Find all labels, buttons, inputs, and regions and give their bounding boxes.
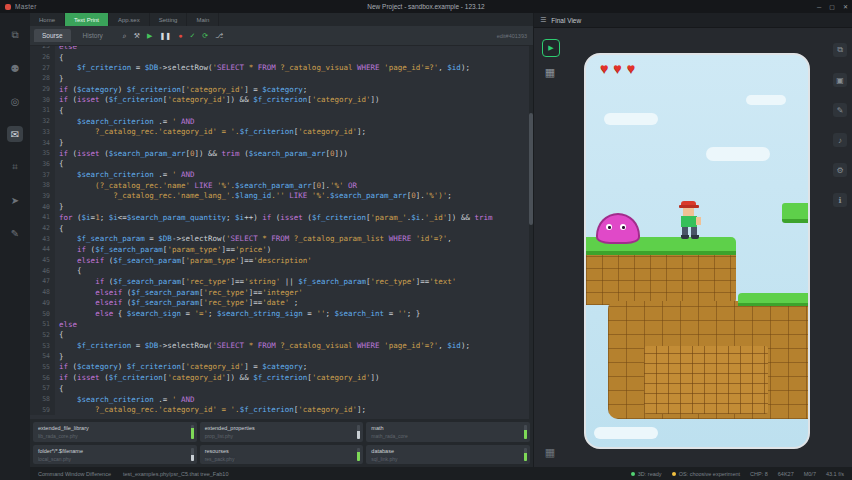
chat-icon[interactable]: ✉ xyxy=(7,126,23,142)
left-icon-rail: ⧉⚉◎✉⌗➤✎ xyxy=(0,13,30,480)
status-item: 3D: ready xyxy=(631,471,662,477)
code-line: 47 if ($f_search_param['rec_type']=='str… xyxy=(30,276,533,287)
tab-setting[interactable]: Setting xyxy=(150,13,188,26)
cloud xyxy=(594,427,658,439)
module-card[interactable]: resoursesres_pack.phy xyxy=(200,445,364,465)
code-line: 54} xyxy=(30,351,533,362)
card-progress-meter xyxy=(357,425,360,439)
card-progress-meter xyxy=(357,448,360,462)
code-line: 40} xyxy=(30,201,533,212)
pen-icon[interactable]: ✎ xyxy=(7,225,23,241)
bottom-cards: extended_file_librarylib_rada_core.phyex… xyxy=(30,419,533,467)
cloud xyxy=(604,113,658,125)
final-view-panel: ☰ Final View ▶ ▦ ▦ ⧉▣✎♪⚙ℹ ♥♥♥ xyxy=(533,13,852,467)
info-icon[interactable]: ℹ xyxy=(833,193,847,207)
player-character xyxy=(678,201,702,241)
refresh-icon[interactable]: ⟳ xyxy=(202,32,208,39)
settings-icon[interactable]: ⚙ xyxy=(833,163,847,177)
plugin-icon[interactable]: ⌗ xyxy=(7,159,23,175)
heart-icon: ♥ xyxy=(627,61,635,75)
code-line: 34} xyxy=(30,137,533,148)
brush-icon[interactable]: ✎ xyxy=(833,103,847,117)
heart-icon: ♥ xyxy=(600,61,608,75)
menu-icon[interactable]: ☰ xyxy=(540,16,546,24)
code-lines: 25else26{27 $f_criterion = $DB->selectRo… xyxy=(30,46,533,415)
branch-icon[interactable]: ⎇ xyxy=(215,32,223,39)
player-torso xyxy=(681,216,697,227)
module-card[interactable]: folder*/*.$filenamelocal_scan.phy xyxy=(33,445,197,465)
build-icon[interactable]: ⚒ xyxy=(134,32,140,39)
code-line: 32 $search_criterion .= ' AND xyxy=(30,116,533,127)
close-icon[interactable]: ✕ xyxy=(843,3,848,10)
pause-icon[interactable]: ❚❚ xyxy=(159,32,171,39)
code-editor[interactable]: 25else26{27 $f_criterion = $DB->selectRo… xyxy=(30,46,533,419)
code-line: 36{ xyxy=(30,159,533,170)
code-line: 51else xyxy=(30,319,533,330)
search-icon[interactable]: ⌕ xyxy=(123,32,127,39)
toolbar-icons: ⌕⚒▶❚❚●✓⟳⎇ xyxy=(123,32,223,39)
slime-enemy xyxy=(596,213,640,244)
minimize-icon[interactable]: ─ xyxy=(817,4,821,10)
check-icon[interactable]: ✓ xyxy=(189,32,195,39)
layers-icon[interactable]: ⧉ xyxy=(833,43,847,57)
editor-panel: HomeText PrintApp.sexSettingMain Sourse … xyxy=(30,13,533,467)
lower-terrain xyxy=(608,301,808,419)
code-line: 33 ?_catalog_rec.'category_id' = '.$f_cr… xyxy=(30,127,533,138)
code-line: 56if (isset ($f_criterion['category_id']… xyxy=(30,372,533,383)
card-progress-meter xyxy=(191,448,194,462)
history-tab[interactable]: History xyxy=(75,29,111,42)
code-line: 31{ xyxy=(30,105,533,116)
status-item: CHP: 8 xyxy=(750,471,768,477)
code-line: 48 elseif ($f_search_param['rec_type']==… xyxy=(30,287,533,298)
tab-text-print[interactable]: Text Print xyxy=(65,13,109,26)
module-card[interactable]: mathmath_rada_core xyxy=(366,422,530,442)
preview-play-button[interactable]: ▶ xyxy=(542,39,560,57)
module-card[interactable]: extended_file_librarylib_rada_core.phy xyxy=(33,422,197,442)
tab-app-sex[interactable]: App.sex xyxy=(109,13,150,26)
editor-tabbar: HomeText PrintApp.sexSettingMain xyxy=(30,13,533,26)
statusbar-right: 3D: readyOS: choosive experimentCHP: 864… xyxy=(631,471,844,477)
code-line: 30if (isset ($f_criterion['category_id']… xyxy=(30,94,533,105)
music-icon[interactable]: ♪ xyxy=(833,133,847,147)
cursor-icon[interactable]: ➤ xyxy=(7,192,23,208)
play-icon[interactable]: ▶ xyxy=(147,32,152,39)
preview-grid-button[interactable]: ▦ xyxy=(543,65,557,79)
code-line: 35if (isset ($search_param_arr[0]) && tr… xyxy=(30,148,533,159)
code-line: 55if ($category) $f_criterion['category_… xyxy=(30,362,533,373)
player-face xyxy=(683,208,694,216)
status-item: M0/7 xyxy=(804,471,816,477)
record-icon[interactable]: ● xyxy=(178,32,182,39)
users-icon[interactable]: ⚉ xyxy=(7,60,23,76)
module-card[interactable]: databasesql_link.phy xyxy=(366,445,530,465)
code-line: 58 $search_criterion .= ' AND xyxy=(30,394,533,405)
statusbar-left: Command Window Differencetest_examples.p… xyxy=(38,471,228,477)
status-item: Command Window Difference xyxy=(38,471,111,477)
terrain-grass-cap xyxy=(738,293,808,306)
status-item: test_examples.phy/psr_C5.that tree_Fab10 xyxy=(123,471,228,477)
image-icon[interactable]: ▣ xyxy=(833,73,847,87)
code-line: 43 $f_search_param = $DB->selectRow('SEL… xyxy=(30,233,533,244)
preview-grid-bottom-button[interactable]: ▦ xyxy=(543,445,557,459)
status-item: 64K27 xyxy=(778,471,794,477)
target-icon[interactable]: ◎ xyxy=(7,93,23,109)
code-line: 57{ xyxy=(30,383,533,394)
code-line: 26{ xyxy=(30,52,533,63)
tab-main[interactable]: Main xyxy=(187,13,219,26)
brick-blocks xyxy=(644,346,768,414)
final-view-title: Final View xyxy=(551,17,581,24)
maximize-icon[interactable]: ▢ xyxy=(829,3,835,10)
files-icon[interactable]: ⧉ xyxy=(7,27,23,43)
window-title: New Project - sandbox.example - 123.12 xyxy=(0,3,852,10)
status-item: OS: choosive experiment xyxy=(672,471,740,477)
game-viewport[interactable]: ♥♥♥ xyxy=(584,53,810,449)
final-view-header: ☰ Final View xyxy=(534,13,852,28)
tab-home[interactable]: Home xyxy=(30,13,65,26)
heart-icon: ♥ xyxy=(613,61,621,75)
source-tab[interactable]: Sourse xyxy=(34,29,71,42)
code-line: 42{ xyxy=(30,223,533,234)
code-line: 37 $search_criterion .= ' AND xyxy=(30,169,533,180)
code-line: 53 $f_criterion = $DB->selectRow('SELECT… xyxy=(30,340,533,351)
code-line: 27 $f_criterion = $DB->selectRow('SELECT… xyxy=(30,62,533,73)
cloud xyxy=(746,95,786,105)
module-card[interactable]: extended_propertiesprop_list.phy xyxy=(200,422,364,442)
